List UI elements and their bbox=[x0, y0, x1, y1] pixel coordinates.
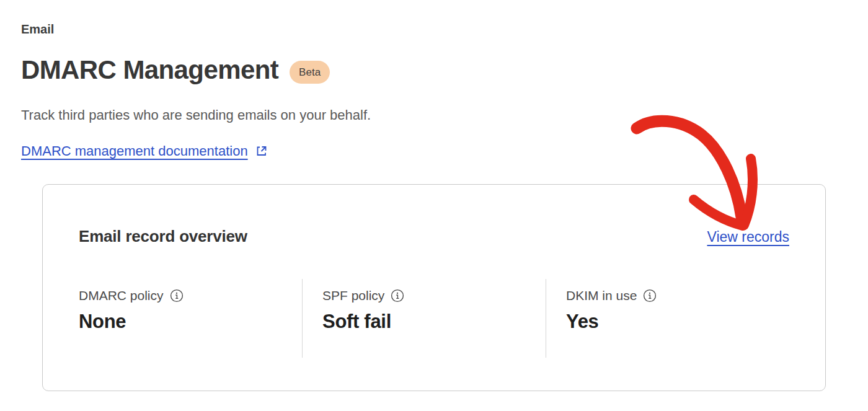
doc-link-row: DMARC management documentation bbox=[21, 143, 847, 159]
title-row: DMARC Management Beta bbox=[21, 56, 847, 84]
external-link-icon bbox=[255, 144, 268, 157]
page-title: DMARC Management bbox=[21, 56, 278, 84]
breadcrumb-email: Email bbox=[21, 22, 847, 37]
stat-label-row: DMARC policy bbox=[79, 288, 302, 303]
stats-row: DMARC policy None SPF policy bbox=[79, 279, 789, 358]
info-icon[interactable] bbox=[643, 289, 657, 303]
stat-spf-policy-label: SPF policy bbox=[322, 288, 384, 303]
stat-dkim-in-use-label: DKIM in use bbox=[566, 288, 637, 303]
card-title: Email record overview bbox=[79, 227, 247, 246]
stat-spf-policy: SPF policy Soft fail bbox=[302, 279, 546, 358]
stat-label-row: DKIM in use bbox=[566, 288, 789, 303]
info-icon[interactable] bbox=[170, 289, 184, 303]
stat-dmarc-policy: DMARC policy None bbox=[79, 279, 302, 358]
stat-spf-policy-value: Soft fail bbox=[322, 311, 546, 333]
page-content: Email DMARC Management Beta Track third … bbox=[0, 0, 868, 391]
stat-dkim-in-use-value: Yes bbox=[566, 311, 789, 333]
card-header: Email record overview View records bbox=[79, 185, 789, 246]
stat-dmarc-policy-label: DMARC policy bbox=[79, 288, 164, 303]
dmarc-documentation-link-label: DMARC management documentation bbox=[21, 143, 248, 159]
view-records-link[interactable]: View records bbox=[707, 229, 789, 245]
page-subtitle: Track third parties who are sending emai… bbox=[21, 107, 847, 123]
stat-dmarc-policy-value: None bbox=[79, 311, 302, 333]
stat-dkim-in-use: DKIM in use Yes bbox=[546, 279, 789, 358]
beta-badge: Beta bbox=[290, 61, 330, 84]
info-icon[interactable] bbox=[391, 289, 404, 303]
dmarc-documentation-link[interactable]: DMARC management documentation bbox=[21, 143, 268, 159]
stat-label-row: SPF policy bbox=[322, 288, 546, 303]
email-record-overview-card: Email record overview View records DMARC… bbox=[42, 184, 826, 391]
